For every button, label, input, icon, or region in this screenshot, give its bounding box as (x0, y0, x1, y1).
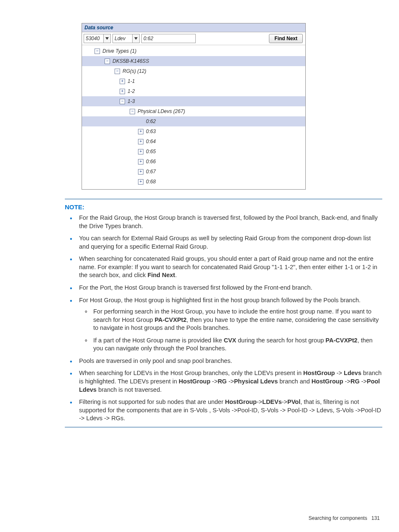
collapse-icon[interactable]: − (95, 49, 100, 54)
list-item: For the Raid Group, the Host Group branc… (65, 214, 382, 230)
expand-icon[interactable]: + (120, 89, 125, 94)
tree-node-ldev[interactable]: +0:68 (82, 177, 305, 187)
list-item: For performing search in the Host Group,… (79, 308, 382, 332)
search-toolbar: 53040 Ldev Find Next (82, 32, 305, 45)
tree-node-drive-types[interactable]: −Drive Types (1) (82, 46, 305, 56)
array-select[interactable]: 53040 (84, 34, 111, 43)
tree-node-physical-ldevs[interactable]: −Physical LDevs (267) (82, 106, 305, 116)
tree-node-ldev[interactable]: +0:65 (82, 146, 305, 157)
list-item: When searching for LDEVs in the Host Gro… (65, 369, 382, 394)
tree-node-rg[interactable]: +1-1 (82, 76, 305, 86)
svg-marker-1 (134, 37, 138, 40)
list-item: Pools are traversed in only pool and sna… (65, 357, 382, 365)
array-select-value: 53040 (84, 36, 103, 41)
expand-icon[interactable]: + (120, 79, 125, 84)
list-item: For the Port, the Host Group branch is t… (65, 284, 382, 292)
list-item: You can search for External Raid Groups … (65, 234, 382, 251)
collapse-icon[interactable]: − (105, 59, 110, 64)
collapse-icon[interactable]: − (130, 109, 135, 114)
collapse-icon[interactable]: − (120, 99, 125, 104)
expand-icon[interactable]: + (138, 159, 143, 164)
component-select[interactable]: Ldev (113, 34, 140, 43)
list-item: If a part of the Host Group name is prov… (79, 337, 382, 353)
tree-node-rgs[interactable]: −RG(s) (12) (82, 66, 305, 76)
divider (65, 199, 382, 199)
svg-marker-0 (105, 37, 109, 40)
tree-node-ldev[interactable]: +0:66 (82, 157, 305, 167)
component-select-value: Ldev (113, 36, 132, 41)
expand-icon[interactable]: + (138, 139, 143, 144)
data-source-panel: Data source 53040 Ldev Find Next −Drive … (82, 23, 306, 190)
search-input[interactable] (141, 34, 196, 43)
expand-icon[interactable]: + (138, 169, 143, 175)
tree-node-ldev[interactable]: +0:67 (82, 167, 305, 177)
chevron-down-icon[interactable] (103, 34, 110, 43)
collapse-icon[interactable]: − (115, 69, 120, 74)
tree-node-ldev[interactable]: +0:64 (82, 136, 305, 146)
component-tree: −Drive Types (1) −DKS5B-K146SS −RG(s) (1… (82, 45, 305, 189)
list-item: Filtering is not supported for sub nodes… (65, 398, 382, 423)
chevron-down-icon[interactable] (132, 34, 139, 43)
tree-node-drive-model[interactable]: −DKS5B-K146SS (82, 56, 305, 66)
panel-title: Data source (82, 23, 305, 32)
tree-node-ldev[interactable]: 0:62 (82, 116, 305, 126)
expand-icon[interactable]: + (138, 149, 143, 154)
find-next-button[interactable]: Find Next (269, 34, 303, 43)
tree-node-rg[interactable]: −1-3 (82, 96, 305, 106)
note-list: For the Raid Group, the Host Group branc… (65, 214, 382, 423)
page-footer: Searching for components 131 (309, 515, 380, 521)
list-item: When searching for concatenated Raid gro… (65, 255, 382, 280)
tree-node-ldev[interactable]: +0:63 (82, 126, 305, 136)
expand-icon[interactable]: + (138, 179, 143, 185)
note-heading: NOTE: (65, 203, 382, 211)
expand-icon[interactable]: + (138, 129, 143, 134)
list-item: For Host Group, the Host group is highli… (65, 296, 382, 353)
tree-node-rg[interactable]: +1-2 (82, 86, 305, 96)
divider (65, 427, 382, 427)
